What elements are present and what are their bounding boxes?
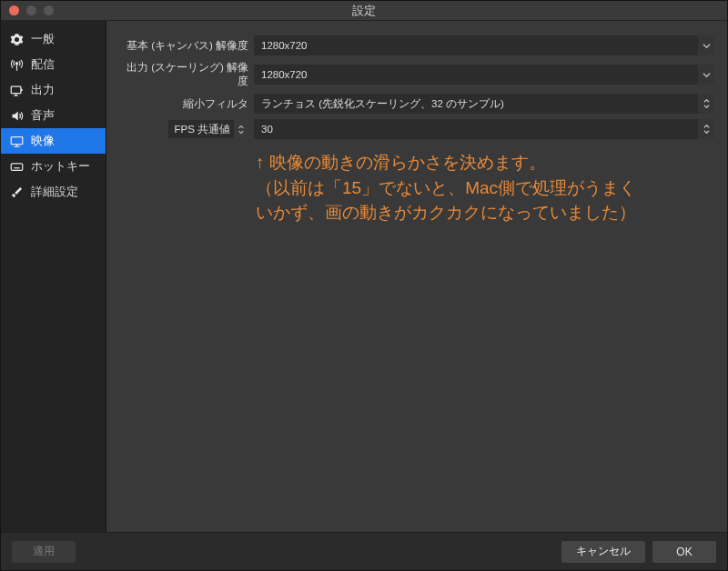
speaker-icon [9,108,24,123]
monitor-icon [9,134,24,148]
annotation-text: ↑ 映像の動きの滑らかさを決めます。 （以前は「15」でないと、Mac側で処理が… [256,150,638,225]
downscale-filter-label: 縮小フィルタ [119,97,248,111]
output-resolution-label: 出力 (スケーリング) 解像度 [119,61,248,88]
row-downscale-filter: 縮小フィルタ ランチョス (先鋭化スケーリング、32 のサンプル) [119,94,714,114]
base-resolution-label: 基本 (キャンバス) 解像度 [119,39,248,53]
gear-icon [9,32,24,46]
chevron-down-icon [698,35,714,55]
output-resolution-value: 1280x720 [261,69,308,80]
output-resolution-dropdown[interactable]: 1280x720 [254,65,714,85]
sidebar-item-general[interactable]: 一般 [1,26,106,52]
svg-rect-5 [11,136,23,144]
fps-value: 30 [261,124,273,135]
zoom-window-icon [44,5,54,15]
sidebar-item-output[interactable]: 出力 [1,77,106,103]
sidebar: 一般 配信 出力 音声 [1,21,106,532]
settings-window: 設定 一般 配信 出力 [0,0,728,571]
apply-button: 適用 [12,541,76,563]
row-base-resolution: 基本 (キャンバス) 解像度 1280x720 [119,35,714,55]
base-resolution-dropdown[interactable]: 1280x720 [254,35,714,55]
svg-rect-2 [11,86,21,94]
sidebar-item-label: ホットキー [31,158,90,175]
sidebar-item-label: 映像 [31,133,55,149]
sidebar-item-label: 配信 [31,56,55,73]
chevron-updown-icon [698,94,714,114]
sidebar-item-label: 出力 [31,82,55,98]
window-title: 設定 [1,3,727,19]
downscale-filter-value: ランチョス (先鋭化スケーリング、32 のサンプル) [261,97,504,111]
close-window-icon[interactable] [9,5,19,15]
cancel-button[interactable]: キャンセル [561,541,645,563]
sidebar-item-video[interactable]: 映像 [1,128,106,154]
output-icon [9,83,24,97]
row-fps: FPS 共通値 30 [119,119,714,139]
sidebar-item-stream[interactable]: 配信 [1,52,106,77]
body: 一般 配信 出力 音声 [1,21,727,532]
sidebar-item-hotkeys[interactable]: ホットキー [1,154,106,179]
ok-button[interactable]: OK [652,541,716,563]
antenna-icon [9,57,24,72]
titlebar: 設定 [1,1,727,21]
sidebar-item-label: 音声 [31,107,55,124]
chevron-updown-icon [698,119,714,139]
sidebar-item-label: 一般 [31,31,55,47]
window-controls [1,5,54,15]
svg-rect-8 [11,163,23,170]
sidebar-item-label: 詳細設定 [31,184,78,200]
sidebar-item-advanced[interactable]: 詳細設定 [1,179,106,205]
fps-type-stepper[interactable]: FPS 共通値 [168,120,248,138]
minimize-window-icon [26,5,36,15]
fps-type-value: FPS 共通値 [174,123,230,136]
form: 基本 (キャンバス) 解像度 1280x720 出力 (スケーリング) 解像度 [119,35,714,139]
downscale-filter-dropdown[interactable]: ランチョス (先鋭化スケーリング、32 のサンプル) [254,94,714,114]
chevron-down-icon [698,65,714,85]
base-resolution-value: 1280x720 [261,40,308,51]
fps-value-dropdown[interactable]: 30 [254,119,714,139]
row-output-resolution: 出力 (スケーリング) 解像度 1280x720 [119,61,714,88]
footer: 適用 キャンセル OK [1,532,727,570]
fps-label-cell: FPS 共通値 [119,120,248,138]
sidebar-item-audio[interactable]: 音声 [1,103,106,128]
chevron-updown-icon [234,120,248,138]
keyboard-icon [9,159,24,174]
main-panel: 基本 (キャンバス) 解像度 1280x720 出力 (スケーリング) 解像度 [106,21,727,532]
tools-icon [9,185,24,199]
